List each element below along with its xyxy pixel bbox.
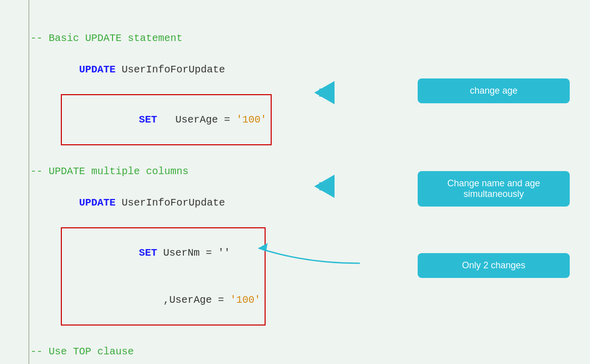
annotation-btn-2[interactable]: Change name and age simultaneously [418, 171, 570, 207]
keyword-update-2: UPDATE [79, 197, 116, 209]
code-block-3: -- Use TOP clause UPDATE TOP (2) UserInf… [30, 344, 280, 364]
value-100-1: '100' [236, 114, 267, 126]
set-box-2-wrapper: SET UserNm = '' ,UserAge = '100' [61, 227, 266, 326]
keyword-set-1: SET [139, 114, 157, 126]
table-name-2: UserInfoForUpdate [116, 197, 225, 209]
set-usernm: UserNm = '' [157, 247, 230, 259]
arrow-1-body [319, 89, 335, 97]
table-name-1: UserInfoForUpdate [116, 64, 225, 75]
code-line-update-1: UPDATE UserInfoForUpdate [30, 46, 280, 93]
set-box-1: SET UserAge = '100' [61, 94, 272, 145]
vertical-guide [28, 0, 29, 364]
code-line-update-3: UPDATE TOP (2) UserInfoForUpdate [30, 359, 280, 364]
code-block-1: -- Basic UPDATE statement UPDATE UserInf… [30, 30, 280, 145]
code-block-2: -- UPDATE multiple columns UPDATE UserIn… [30, 164, 280, 326]
set-userage: ,UserAge = [139, 294, 230, 306]
set-content-1: UserAge = [157, 114, 236, 126]
keyword-update: UPDATE [79, 64, 116, 75]
annotation-btn-1[interactable]: change age [418, 78, 570, 103]
arrow-2 [314, 175, 335, 198]
code-area: -- Basic UPDATE statement UPDATE UserInf… [30, 30, 280, 364]
keyword-set-2: SET [139, 247, 157, 259]
annotation-btn-3[interactable]: Only 2 changes [418, 253, 570, 278]
comment-2: -- UPDATE multiple columns [30, 164, 280, 179]
comment-1: -- Basic UPDATE statement [30, 30, 280, 46]
set-box-2: SET UserNm = '' ,UserAge = '100' [61, 227, 266, 326]
annotation-row-1: change age [418, 78, 570, 103]
page-wrapper: -- Basic UPDATE statement UPDATE UserInf… [0, 0, 590, 364]
value-100-2: '100' [230, 294, 261, 306]
arrow-1 [314, 81, 335, 104]
annotation-row-2: Change name and age simultaneously [418, 171, 570, 207]
comment-3: -- Use TOP clause [30, 344, 280, 359]
code-line-update-2: UPDATE UserInfoForUpdate [30, 179, 280, 226]
set-box-1-wrapper: SET UserAge = '100' [61, 94, 280, 145]
arrow-2-body [319, 182, 335, 190]
annotation-row-3: Only 2 changes [418, 253, 570, 278]
